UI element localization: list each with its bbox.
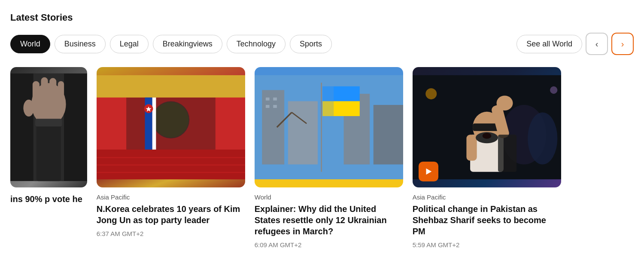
svg-rect-4 <box>41 77 48 102</box>
svg-rect-5 <box>49 78 56 102</box>
card-time-card-2: 6:37 AM GMT+2 <box>97 230 245 237</box>
filter-pill-legal[interactable]: Legal <box>110 35 149 53</box>
card-card-1[interactable]: ins 90% p vote he <box>10 67 87 248</box>
card-card-3[interactable]: WorldExplainer: Why did the United State… <box>255 67 403 248</box>
next-icon: › <box>621 39 624 49</box>
svg-point-49 <box>496 95 513 110</box>
section-title: Latest Stories <box>10 12 634 23</box>
svg-point-42 <box>528 112 557 164</box>
svg-rect-23 <box>97 165 245 166</box>
filter-right: See all World ‹ › <box>516 33 634 55</box>
svg-rect-33 <box>273 105 277 108</box>
prev-button[interactable]: ‹ <box>586 33 608 55</box>
prev-icon: ‹ <box>595 39 598 49</box>
filter-pill-technology[interactable]: Technology <box>227 35 286 53</box>
filter-pill-world[interactable]: World <box>10 35 50 53</box>
card-category-card-4: Asia Pacific <box>413 193 561 201</box>
next-button[interactable]: › <box>611 33 634 55</box>
card-image-card-1 <box>10 67 87 187</box>
svg-rect-29 <box>374 105 403 164</box>
svg-rect-26 <box>262 90 284 165</box>
ukraine-illustration <box>255 67 403 187</box>
korea-illustration <box>97 67 245 187</box>
card-category-card-2: Asia Pacific <box>97 193 245 201</box>
svg-rect-8 <box>36 120 61 181</box>
hand-illustration <box>10 67 87 187</box>
page-wrapper: Latest Stories WorldBusinessLegalBreakin… <box>0 0 644 262</box>
card-image-card-4 <box>413 67 561 187</box>
card-image-card-2 <box>97 67 245 187</box>
card-title-card-4[interactable]: Political change in Pakistan as Shehbaz … <box>413 203 561 237</box>
svg-rect-24 <box>97 172 245 173</box>
svg-rect-3 <box>33 81 39 104</box>
svg-rect-37 <box>322 86 334 116</box>
card-title-card-3[interactable]: Explainer: Why did the United States res… <box>255 203 403 237</box>
svg-rect-31 <box>273 98 277 101</box>
card-time-card-4: 5:59 AM GMT+2 <box>413 241 561 248</box>
pills-container: WorldBusinessLegalBreakingviewsTechnolog… <box>10 35 332 53</box>
card-time-card-3: 6:09 AM GMT+2 <box>255 241 403 248</box>
filter-pill-business[interactable]: Business <box>55 35 106 53</box>
filter-row: WorldBusinessLegalBreakingviewsTechnolog… <box>10 33 634 55</box>
svg-point-53 <box>482 133 491 139</box>
svg-marker-54 <box>426 169 431 175</box>
svg-rect-6 <box>58 81 64 104</box>
play-icon <box>424 167 433 176</box>
filter-pill-breakingviews[interactable]: Breakingviews <box>153 35 222 53</box>
svg-rect-32 <box>266 105 270 108</box>
svg-rect-9 <box>35 119 62 126</box>
card-image-card-3 <box>255 67 403 187</box>
see-all-button[interactable]: See all World <box>516 35 582 53</box>
card-title-card-1[interactable]: ins 90% p vote he <box>10 193 87 205</box>
card-category-card-3: World <box>255 193 403 201</box>
play-badge[interactable] <box>419 162 438 181</box>
svg-point-43 <box>425 88 437 99</box>
card-title-card-2[interactable]: N.Korea celebrates 10 years of Kim Jong … <box>97 203 245 226</box>
svg-rect-30 <box>266 98 270 101</box>
svg-rect-50 <box>466 135 477 161</box>
svg-point-7 <box>23 100 34 117</box>
svg-rect-14 <box>97 75 245 98</box>
svg-rect-27 <box>288 101 318 164</box>
card-card-2[interactable]: Asia PacificN.Korea celebrates 10 years … <box>97 67 245 248</box>
card-card-4[interactable]: Asia PacificPolitical change in Pakistan… <box>413 67 561 248</box>
cards-row: ins 90% p vote he <box>10 67 634 248</box>
filter-pill-sports[interactable]: Sports <box>290 35 332 53</box>
svg-point-44 <box>550 86 557 94</box>
svg-point-16 <box>153 102 188 138</box>
svg-rect-51 <box>498 135 516 172</box>
svg-rect-22 <box>97 157 245 158</box>
